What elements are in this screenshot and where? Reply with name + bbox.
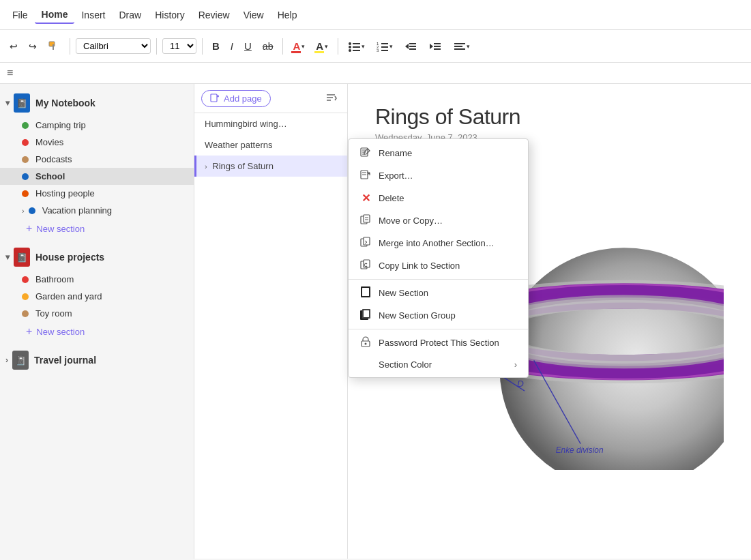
ctx-submenu-arrow: › [514, 359, 517, 370]
content-wrapper: Add page Hummingbird wing… Weather patte… [194, 84, 751, 559]
font-color-button[interactable]: A ▾ [289, 38, 309, 55]
section-label-bathroom: Bathroom [35, 274, 74, 284]
vacation-expand-arrow: › [22, 207, 25, 215]
collapse-icon: ≡ [7, 67, 13, 79]
ctx-delete-icon: ✕ [359, 192, 372, 205]
ctx-new-section-group[interactable]: New Section Group [349, 304, 528, 327]
ctx-merge[interactable]: Merge into Another Section… [349, 232, 528, 254]
bold-button[interactable]: B [208, 38, 224, 55]
numbered-list-dropdown: ▾ [389, 43, 393, 50]
svg-point-4 [349, 46, 351, 48]
ctx-move-copy[interactable]: Move or Copy… [349, 209, 528, 232]
ctx-password[interactable]: Password Protect This Section [349, 331, 528, 354]
ctx-export[interactable]: Export… [349, 164, 528, 187]
svg-rect-1 [53, 44, 54, 50]
ctx-move-label: Move or Copy… [379, 216, 443, 226]
ctx-move-icon [359, 214, 372, 227]
section-movies[interactable]: Movies [0, 134, 194, 151]
svg-rect-7 [353, 50, 360, 51]
svg-rect-5 [353, 46, 360, 48]
font-size-selector[interactable]: 11 [162, 38, 196, 54]
svg-rect-25 [211, 94, 217, 102]
main-layout: ▾ 📓 My Notebook Camping trip Movies Podc… [0, 84, 751, 559]
ctx-copy-link[interactable]: Copy Link to Section [349, 254, 528, 277]
undo-button[interactable]: ↩ [5, 38, 22, 55]
sort-button[interactable] [323, 89, 340, 107]
bullet-list-button[interactable]: ▾ [344, 38, 369, 55]
notebook-travel-journal[interactable]: › 📓 Travel journal [0, 347, 194, 374]
numbered-list-icon: 1 2 3 [376, 40, 389, 53]
new-section-houseprojects[interactable]: + New section [0, 322, 194, 341]
decrease-indent-icon [404, 40, 417, 53]
align-dropdown: ▾ [467, 43, 470, 50]
ctx-delete[interactable]: ✕ Delete [349, 187, 528, 209]
highlight-dropdown-arrow: ▾ [325, 43, 328, 50]
notebook-chevron-3: › [5, 355, 8, 365]
svg-rect-43 [364, 237, 370, 245]
menu-review[interactable]: Review [192, 7, 237, 23]
menu-draw[interactable]: Draw [112, 7, 148, 23]
decrease-indent-button[interactable] [400, 38, 422, 55]
menu-help[interactable]: Help [271, 7, 304, 23]
format-painter-icon [48, 40, 60, 53]
numbered-list-button[interactable]: 1 2 3 ▾ [372, 38, 397, 55]
page-weather[interactable]: Weather patterns [194, 134, 347, 156]
format-painter-button[interactable] [44, 38, 64, 55]
menu-bar: File Home Insert Draw History Review Vie… [0, 0, 751, 30]
section-toy-room[interactable]: Toy room [0, 305, 194, 322]
notebook-icon-label-1: 📓 [16, 98, 27, 108]
menu-home[interactable]: Home [35, 6, 75, 24]
menu-history[interactable]: History [148, 7, 192, 23]
section-bathroom[interactable]: Bathroom [0, 271, 194, 288]
notebook-house-projects[interactable]: ▾ 📓 House projects [0, 244, 194, 271]
sort-icon [325, 92, 338, 104]
section-school[interactable]: School [0, 168, 194, 185]
page-hummingbird[interactable]: Hummingbird wing… [194, 113, 347, 134]
add-page-button[interactable]: Add page [201, 90, 271, 107]
enke-label: Enke division [556, 445, 604, 455]
svg-rect-23 [454, 46, 462, 47]
svg-rect-11 [381, 46, 388, 48]
new-section-mynotebook[interactable]: + New section [0, 219, 194, 238]
page-label-weather: Weather patterns [205, 140, 272, 150]
ctx-delete-label: Delete [379, 193, 404, 203]
toolbar-separator-5 [338, 38, 338, 55]
ctx-section-color[interactable]: Section Color › [349, 354, 528, 374]
notebook-chevron-2: ▾ [5, 252, 10, 262]
menu-insert[interactable]: Insert [74, 7, 112, 23]
page-rings-of-saturn[interactable]: › Rings of Saturn [194, 156, 347, 177]
section-vacation-planning[interactable]: › Vacation planning [0, 202, 194, 219]
ctx-copy-link-icon [359, 259, 372, 272]
section-label-school: School [35, 171, 65, 181]
increase-indent-button[interactable] [424, 38, 446, 55]
menu-view[interactable]: View [237, 7, 271, 23]
redo-button[interactable]: ↪ [25, 38, 41, 55]
section-panel: Add page Hummingbird wing… Weather patte… [194, 84, 348, 559]
svg-marker-14 [405, 44, 409, 49]
strikethrough-button[interactable]: ab [259, 38, 278, 55]
svg-point-52 [365, 343, 367, 345]
svg-rect-22 [454, 43, 465, 44]
underline-button[interactable]: U [240, 38, 256, 55]
ctx-sep-2 [349, 329, 528, 329]
bullet-list-icon [348, 40, 362, 53]
section-panel-header: Add page [194, 84, 347, 113]
svg-rect-24 [454, 48, 465, 50]
section-camping-trip[interactable]: Camping trip [0, 117, 194, 134]
ctx-rename[interactable]: Rename [349, 142, 528, 164]
collapse-bar[interactable]: ≡ [0, 63, 751, 84]
paragraph-align-button[interactable]: ▾ [449, 38, 474, 55]
menu-file[interactable]: File [5, 7, 35, 23]
section-podcasts[interactable]: Podcasts [0, 151, 194, 168]
svg-rect-39 [364, 215, 370, 222]
ctx-password-icon [359, 336, 372, 349]
notebook-my-notebook[interactable]: ▾ 📓 My Notebook [0, 89, 194, 117]
font-selector[interactable]: Cailbri [76, 38, 151, 54]
section-hosting-people[interactable]: Hosting people [0, 185, 194, 202]
highlight-color-button[interactable]: A ▾ [312, 38, 332, 55]
italic-button[interactable]: I [226, 38, 237, 55]
ctx-section-color-icon [359, 359, 372, 370]
section-garden[interactable]: Garden and yard [0, 288, 194, 305]
section-dot-bathroom [22, 276, 29, 283]
ctx-new-section[interactable]: New Section [349, 282, 528, 304]
